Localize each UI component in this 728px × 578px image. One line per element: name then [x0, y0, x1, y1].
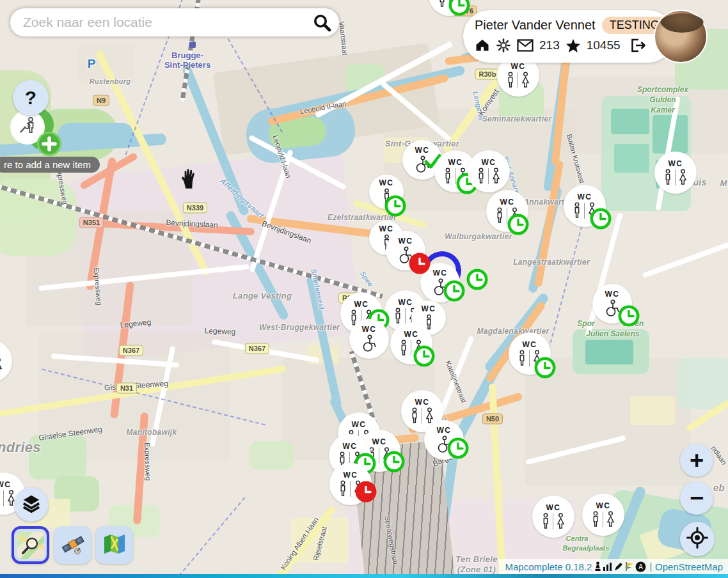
svg-text:A: A [639, 563, 644, 570]
road-ref-badge: N367 [119, 345, 143, 356]
wc-label: WC [433, 269, 448, 277]
map-label: Vaartstraat [338, 21, 349, 56]
wc-marker[interactable]: WC [486, 190, 528, 232]
map-shape [29, 435, 86, 480]
messages-count: 213 [539, 38, 560, 52]
wc-label: WC [379, 179, 394, 187]
road-ref-badge: N31 [116, 383, 137, 394]
base-layer-map[interactable] [95, 526, 133, 564]
attribution-icons[interactable]: A [594, 561, 646, 572]
pair-toilet-icon [476, 168, 502, 184]
wc-marker[interactable]: WC [390, 322, 432, 364]
road-ref-badge: N339 [183, 203, 207, 214]
map-shape [189, 42, 196, 48]
wc-marker[interactable]: WC [424, 420, 464, 460]
map-canvas[interactable]: Brugge-Sint-PietersPRustenburgSint-Gilli… [0, 0, 728, 578]
search-icon[interactable] [312, 13, 331, 32]
map-label: Walburgakwartier [445, 232, 512, 241]
zoom-out-button[interactable]: − [680, 481, 713, 515]
wc-marker[interactable]: WC [654, 152, 697, 194]
wc-marker[interactable]: WC [468, 150, 510, 192]
pair-toilet-icon [495, 207, 520, 224]
user-panel[interactable]: Pieter Vander Vennet TESTING 213 10455 [463, 10, 674, 63]
wc-label: WC [511, 63, 526, 71]
wc-marker[interactable]: WC [592, 284, 632, 324]
attribution-bar: Mapcomplete 0.18.2 A | OpenStreetMap [499, 559, 728, 574]
flag-icon [624, 561, 635, 572]
wc-marker[interactable]: WC [386, 231, 425, 270]
wc-label: WC [669, 160, 683, 168]
openstreetmap-link[interactable]: OpenStreetMap [655, 561, 723, 572]
wc-marker[interactable]: WC [509, 332, 551, 375]
map-shape [642, 238, 728, 278]
pair-toilet-icon [409, 407, 435, 424]
wc-marker[interactable]: WC [582, 494, 624, 536]
pair-toilet-icon [517, 350, 542, 366]
geolocate-button[interactable] [680, 522, 715, 556]
map-shape [678, 358, 728, 409]
wc-label: WC [523, 341, 537, 349]
wc-label: WC [422, 305, 436, 313]
folded-map-icon [102, 531, 127, 559]
avatar[interactable] [654, 10, 708, 63]
layers-button[interactable] [14, 487, 49, 522]
wc-marker[interactable]: WC [532, 496, 574, 538]
wc-label: WC [448, 159, 463, 167]
pair-toilet-icon [338, 480, 363, 497]
wc-marker[interactable]: WC [420, 263, 460, 302]
attribution-separator: | [649, 561, 652, 572]
wc-label: WC [399, 237, 413, 246]
add-item-plus-button[interactable] [37, 132, 61, 156]
wc-label: WC [343, 442, 358, 451]
road-ref-badge: N351 [79, 217, 104, 228]
map-shape [178, 497, 246, 577]
gear-icon[interactable] [496, 38, 511, 53]
home-icon[interactable] [475, 38, 490, 53]
wc-marker[interactable]: WC [369, 175, 404, 209]
messages-icon[interactable] [517, 39, 534, 52]
pair-toilet-icon [437, 0, 463, 8]
wheel-toilet-icon [360, 334, 379, 352]
base-layer-osm-carto[interactable] [12, 526, 49, 564]
wheel-toilet-icon [431, 278, 450, 296]
map-label: Langestraatkwartier [513, 258, 590, 267]
wc-marker[interactable]: WC [329, 463, 372, 505]
wheel-toilet-icon [413, 155, 432, 173]
base-layer-satellite[interactable] [54, 526, 91, 564]
wc-label: WC [578, 193, 592, 201]
help-button[interactable]: ? [13, 80, 49, 116]
crosshair-icon [686, 526, 709, 552]
pair-toilet-icon [443, 168, 468, 184]
search-bar[interactable] [10, 8, 339, 36]
zoom-in-button[interactable]: + [680, 444, 713, 477]
map-label: eb [713, 482, 725, 493]
wc-label: WC [344, 471, 358, 480]
pencil-icon [613, 561, 624, 572]
pair-toilet-icon [541, 513, 566, 529]
map-label: M [720, 178, 727, 188]
wc-label: WC [482, 159, 496, 167]
stars-count: 10455 [587, 38, 621, 52]
pair-toilet-icon [590, 511, 616, 527]
logout-icon[interactable] [630, 38, 646, 53]
help-label: ? [25, 87, 36, 109]
wheel-toilet-icon [434, 435, 454, 453]
user-name: Pieter Vander Vennet [475, 18, 596, 33]
wc-marker[interactable]: WC [349, 319, 389, 359]
map-shape [630, 396, 675, 425]
pair-toilet-icon [0, 357, 4, 374]
map-shape [585, 340, 633, 364]
map-label: Spee [359, 270, 375, 288]
star-icon[interactable] [566, 38, 581, 53]
wc-label: WC [415, 398, 430, 407]
wc-marker[interactable]: WC [0, 340, 12, 382]
opening-hours-badge [466, 269, 488, 290]
mapcomplete-version-link[interactable]: Mapcomplete 0.18.2 [505, 561, 592, 572]
bottom-progress-strip [0, 574, 728, 578]
pair-toilet-icon [663, 169, 688, 185]
add-item-tooltip: re to add a new item [0, 157, 100, 173]
wc-label: WC [415, 146, 430, 155]
search-input[interactable] [22, 14, 312, 31]
road-ref-badge: N50 [482, 414, 503, 425]
wc-marker[interactable]: WC [564, 185, 606, 227]
